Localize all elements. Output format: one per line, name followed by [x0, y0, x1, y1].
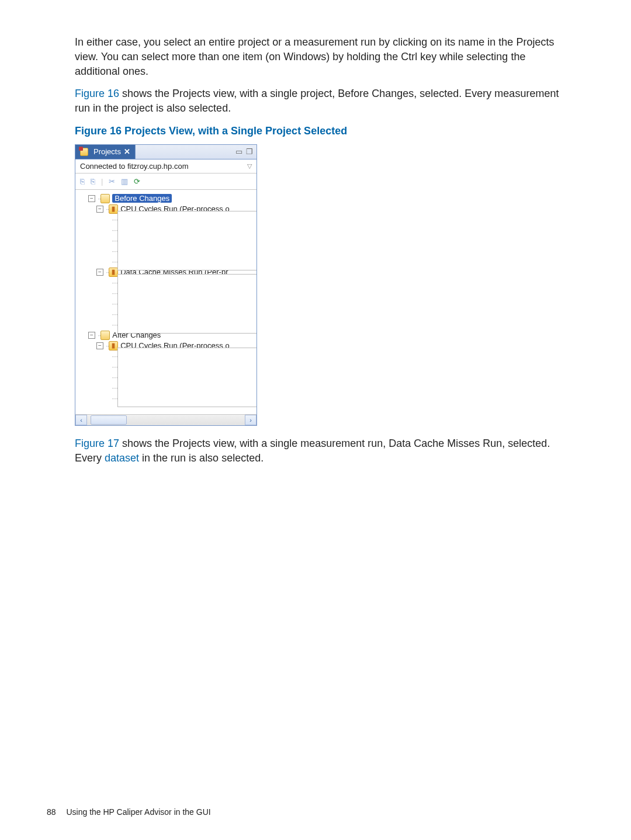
folder-open-icon [100, 331, 110, 340]
tree-connector: ···· [112, 215, 117, 224]
dropdown-icon[interactable]: ▽ [247, 162, 252, 170]
collapse-icon[interactable]: − [96, 269, 103, 276]
tab-label: Projects [93, 147, 121, 156]
toolbar-button[interactable]: ✂ [109, 177, 115, 186]
collapse-icon[interactable]: − [96, 342, 103, 349]
toolbar-button[interactable]: ⎘ [80, 177, 85, 186]
folder-open-icon [100, 194, 110, 203]
scroll-right-icon[interactable]: › [245, 415, 256, 425]
scroll-left-icon[interactable]: ‹ [75, 415, 87, 425]
collapse-icon[interactable]: − [96, 206, 103, 213]
toolbar-button[interactable]: ⎘ [91, 177, 95, 186]
tree-connector: ···· [112, 320, 117, 329]
run-icon: ▮ [109, 268, 118, 277]
projects-view-screenshot: Projects ✕ ▭ ❐ Connected to fitzroy.cup.… [75, 144, 257, 426]
dataset-link[interactable]: dataset [105, 452, 139, 464]
status-text: Connected to fitzroy.cup.hp.com [80, 162, 188, 171]
refresh-button[interactable]: ⟳ [134, 177, 140, 186]
tree-leaf[interactable]: ····Run Summary [78, 298, 254, 309]
tree-leaf[interactable]: ····Run Summary [78, 372, 254, 383]
collapse-icon[interactable]: − [88, 195, 95, 202]
horizontal-scrollbar[interactable]: ‹ › [75, 414, 256, 425]
footer-text: Using the HP Caliper Advisor in the GUI [66, 807, 210, 817]
text: in the run is also selected. [139, 452, 264, 464]
projects-icon [80, 148, 88, 156]
tree-connector: ···· [112, 247, 117, 255]
project-label-selected[interactable]: Before Changes [112, 194, 172, 203]
page-icon [117, 211, 256, 270]
toolbar-button[interactable]: ▥ [121, 177, 128, 186]
tree-connector: ···· [112, 310, 117, 318]
project-node[interactable]: − ·· Before Changes [78, 193, 254, 204]
tree-connector: ···· [112, 225, 117, 234]
minimize-icon[interactable]: ▭ [235, 147, 242, 156]
run-icon: ▮ [109, 204, 118, 214]
tree-connector: ···· [112, 289, 117, 297]
page-icon [117, 348, 256, 407]
tree-connector: ···· [112, 373, 117, 381]
projects-tree: − ·· Before Changes − ·· ▮ CPU Cycles Ru… [75, 190, 256, 414]
tree-connector: ···· [112, 257, 117, 266]
figure-ref-link[interactable]: Figure 17 [75, 438, 119, 449]
toolbar: ⎘ ⎘ | ✂ ▥ ⟳ [75, 173, 256, 190]
run-icon: ▮ [109, 341, 118, 350]
connection-status: Connected to fitzroy.cup.hp.com ▽ [75, 159, 256, 173]
tree-connector: ···· [112, 352, 117, 360]
close-icon[interactable]: ✕ [124, 147, 130, 156]
separator: | [101, 177, 103, 186]
page-footer: 88 Using the HP Caliper Advisor in the G… [47, 807, 211, 817]
tree-connector: ···· [112, 278, 117, 287]
paragraph: In either case, you select an entire pro… [75, 35, 561, 79]
page-number: 88 [47, 807, 56, 817]
scroll-thumb[interactable] [91, 415, 127, 425]
tree-connector: ···· [112, 394, 117, 402]
tree-connector: ···· [112, 362, 117, 371]
paragraph: Figure 17 shows the Projects view, with … [75, 436, 561, 466]
text: shows the Projects view, with a single p… [75, 88, 559, 114]
paragraph: Figure 16 shows the Projects view, with … [75, 86, 561, 116]
collapse-icon[interactable]: − [88, 332, 95, 339]
projects-tab[interactable]: Projects ✕ [75, 145, 136, 159]
tree-connector: ···· [112, 383, 117, 392]
view-tabbar: Projects ✕ ▭ ❐ [75, 145, 256, 159]
tree-leaf[interactable]: ····Run Summary [78, 235, 254, 246]
page-icon [117, 274, 256, 334]
figure-ref-link[interactable]: Figure 16 [75, 88, 119, 99]
tree-connector: ···· [112, 236, 117, 245]
tree-connector: ···· [112, 299, 117, 308]
figure-caption: Figure 16 Projects View, with a Single P… [75, 125, 561, 137]
maximize-icon[interactable]: ❐ [246, 147, 253, 156]
